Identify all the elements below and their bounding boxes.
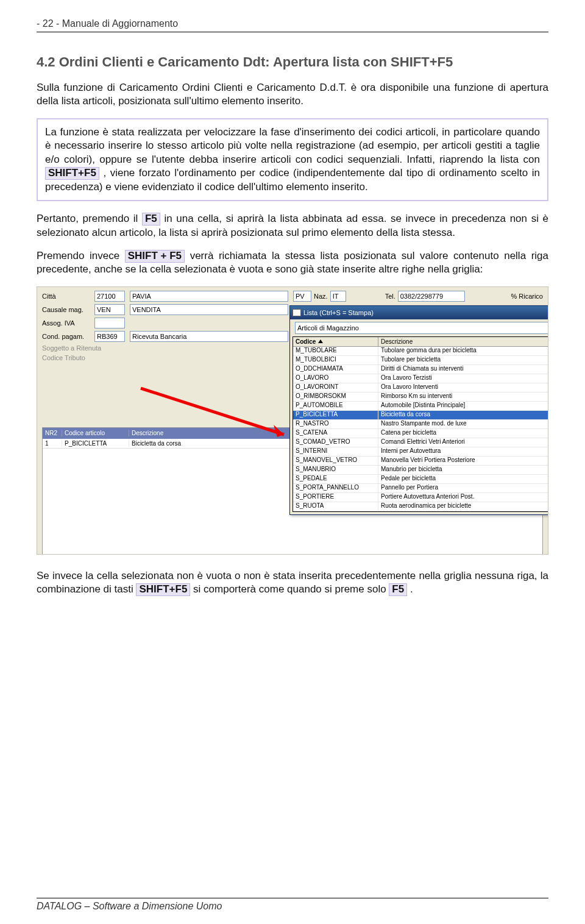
cond-desc-field[interactable]: [130, 331, 288, 342]
list-item[interactable]: S_INTERNIInterni per Autovettura: [293, 447, 548, 457]
list-item[interactable]: O_LAVOROOra Lavoro Terzisti: [293, 374, 548, 383]
lbl-assog: Assog. IVA: [42, 319, 92, 327]
list-item-desc: Catena per bicicletta: [378, 429, 548, 438]
list-item[interactable]: O_LAVOROINTOra Lavoro Interventi: [293, 383, 548, 393]
list-item[interactable]: P_BICICLETTABicicletta da corsa: [293, 411, 548, 420]
tel-field[interactable]: [398, 291, 465, 302]
lbl-causale: Causale mag.: [42, 306, 92, 313]
list-item[interactable]: S_PORTIEREPortiere Autovettura Anteriori…: [293, 493, 548, 502]
list-item-desc: Rimborso Km su interventi: [378, 393, 548, 401]
sort-asc-icon: [318, 339, 323, 343]
highlight-box: La funzione è stata realizzata per veloc…: [37, 118, 548, 201]
list-item-desc: Ora Lavoro Interventi: [378, 383, 548, 392]
list-item[interactable]: P_AUTOMOBILEAutomobile [Distinta Princip…: [293, 402, 548, 411]
para2-a: Pertanto, premendo il: [37, 213, 142, 224]
list-item-desc: Manovella Vetri Portiera Posteriore: [378, 457, 548, 465]
list-item-desc: Ora Lavoro Terzisti: [378, 374, 548, 383]
application-screenshot: Città Naz. Tel. % Ricarico Causale mag. …: [37, 286, 548, 555]
list-item-code: S_COMAD_VETRO: [293, 438, 378, 447]
cond-code-field[interactable]: [94, 331, 125, 342]
city-field[interactable]: [130, 291, 288, 302]
cell-nr: 1: [43, 440, 62, 447]
list-item[interactable]: S_MANUBRIOManubrio per bicicletta: [293, 466, 548, 475]
list-item-code: S_MANUBRIO: [293, 466, 378, 474]
naz-field[interactable]: [330, 291, 346, 302]
prov-field[interactable]: [293, 291, 311, 302]
lbl-ricarico: % Ricarico: [511, 293, 543, 300]
causale-code-field[interactable]: [94, 304, 125, 315]
list-item-desc: Diritti di Chiamata su interventi: [378, 365, 548, 374]
page-footer: DATALOG – Software a Dimensione Uomo: [37, 898, 548, 912]
cap-field[interactable]: [94, 291, 125, 302]
list-item-code: S_PORTA_PANNELLO: [293, 484, 378, 492]
list-item-desc: Nastro Stampante mod. de luxe: [378, 420, 548, 428]
para4-b: si comporterà come quando si preme solo: [193, 583, 389, 595]
list-item-desc: Tubolare gomma dura per bicicletta: [378, 347, 548, 355]
para3-a: Premendo invece: [37, 250, 125, 261]
list-icon: [292, 309, 301, 316]
list-item-desc: Comandi Elettrici Vetri Anteriori: [378, 438, 548, 447]
section-title: 4.2 Ordini Clienti e Caricamento Ddt: Ap…: [37, 54, 548, 70]
list-item-desc: Bicicletta da corsa: [378, 411, 548, 419]
assog-field[interactable]: [94, 318, 125, 329]
list-item[interactable]: S_RUOTARuota aerodinamica per biciclette: [293, 502, 548, 511]
lbl-tel: Tel.: [385, 293, 395, 300]
list-col-codice[interactable]: Codice: [293, 337, 378, 346]
list-item[interactable]: M_TUBOLBICITubolare per bicicletta: [293, 356, 548, 365]
col-nr[interactable]: NR2: [43, 430, 62, 436]
list-item-desc: Portiere Autovettura Anteriori Post.: [378, 493, 548, 502]
list-item-code: P_BICICLETTA: [293, 411, 378, 419]
list-item[interactable]: R_NASTRONastro Stampante mod. de luxe: [293, 420, 548, 429]
page-header: - 22 - Manuale di Aggiornamento: [37, 18, 548, 32]
lbl-citta: Città: [42, 293, 92, 300]
popup-combo[interactable]: [295, 322, 548, 334]
popup-list[interactable]: Codice Descrizione M_TUBOLARETubolare go…: [292, 336, 548, 512]
list-item[interactable]: S_PEDALEPedale per bicicletta: [293, 475, 548, 484]
callout-text-b: , viene forzato l'ordinamento per codice…: [45, 167, 540, 192]
list-item-desc: Interni per Autovettura: [378, 447, 548, 456]
list-item-code: O_RIMBORSOKM: [293, 393, 378, 401]
list-item[interactable]: O_DDCHIAMATADiritti di Chiamata su inter…: [293, 365, 548, 374]
list-item-desc: Manubrio per bicicletta: [378, 466, 548, 474]
list-item[interactable]: S_COMAD_VETROComandi Elettrici Vetri Ant…: [293, 438, 548, 447]
list-item-code: O_DDCHIAMATA: [293, 365, 378, 374]
kbd-f5: F5: [142, 213, 160, 226]
list-item[interactable]: S_MANOVEL_VETROManovella Vetri Portiera …: [293, 457, 548, 466]
list-item[interactable]: O_RIMBORSOKMRimborso Km su interventi: [293, 393, 548, 402]
list-item-code: S_PORTIERE: [293, 493, 378, 502]
kbd-shift-plus-f5: SHIFT + F5: [125, 250, 185, 263]
callout-text-a: La funzione è stata realizzata per veloc…: [45, 126, 540, 165]
lbl-soggetto: Soggetto a Ritenuta: [42, 344, 115, 352]
list-item-code: M_TUBOLARE: [293, 347, 378, 355]
list-item-desc: Ruota aerodinamica per biciclette: [378, 502, 548, 511]
kbd-shift-f5: SHIFT+F5: [45, 167, 99, 180]
popup-title-text: Lista (Ctrl+S = Stampa): [303, 309, 374, 316]
list-item[interactable]: M_TUBOLARETubolare gomma dura per bicicl…: [293, 347, 548, 356]
list-item-desc: Automobile [Distinta Principale]: [378, 402, 548, 410]
list-item-code: S_RUOTA: [293, 502, 378, 511]
list-item-code: O_LAVORO: [293, 374, 378, 383]
list-item-code: M_TUBOLBICI: [293, 356, 378, 364]
list-item-code: S_PEDALE: [293, 475, 378, 483]
lista-popup[interactable]: Lista (Ctrl+S = Stampa) _ □ × Codice: [289, 305, 548, 515]
kbd-f5-2: F5: [389, 583, 407, 596]
intro-paragraph: Sulla funzione di Caricamento Ordini Cli…: [37, 81, 548, 108]
col-codice[interactable]: Codice articolo: [62, 430, 129, 436]
lbl-codtrib: Codice Tributo: [42, 354, 115, 361]
lbl-cond: Cond. pagam.: [42, 333, 92, 340]
list-item[interactable]: S_CATENACatena per bicicletta: [293, 429, 548, 438]
list-item-code: S_INTERNI: [293, 447, 378, 456]
list-item-code: S_CATENA: [293, 429, 378, 438]
causale-desc-field[interactable]: [130, 304, 288, 315]
list-item[interactable]: S_PORTA_PANNELLOPannello per Portiera: [293, 484, 548, 493]
list-item-code: R_NASTRO: [293, 420, 378, 428]
lbl-naz: Naz.: [314, 293, 328, 300]
cell-codice[interactable]: P_BICICLETTA: [62, 440, 129, 447]
list-item-desc: Pannello per Portiera: [378, 484, 548, 492]
list-item-desc: Pedale per bicicletta: [378, 475, 548, 483]
list-item-code: S_MANOVEL_VETRO: [293, 457, 378, 465]
list-item-desc: Tubolare per bicicletta: [378, 356, 548, 364]
list-item-code: O_LAVOROINT: [293, 383, 378, 392]
list-item-code: P_AUTOMOBILE: [293, 402, 378, 410]
list-col-descrizione[interactable]: Descrizione: [378, 337, 548, 346]
